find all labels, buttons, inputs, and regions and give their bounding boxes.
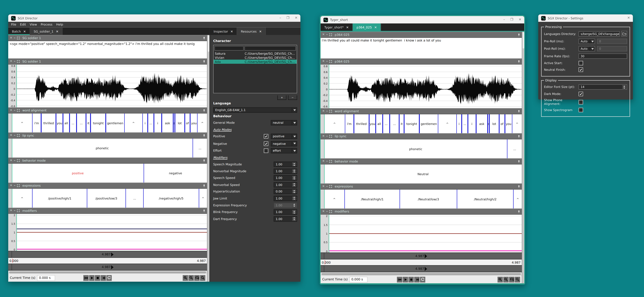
left-expressions-panel-maximize-icon[interactable]	[17, 184, 20, 187]
chevron-down-icon[interactable]	[292, 120, 297, 125]
middle-modifiers-panel-pin-icon[interactable]	[518, 210, 520, 213]
middle-behavior-mode-panel-maximize-icon[interactable]	[329, 160, 332, 163]
middle-modifiers-plot[interactable]	[329, 215, 522, 253]
settings-checkbox[interactable]	[579, 108, 583, 112]
spin-up-icon[interactable]	[292, 197, 296, 198]
left-menu-view[interactable]: View	[30, 23, 37, 26]
spin-up-icon[interactable]	[292, 183, 296, 185]
middle-word-segment[interactable]: i	[456, 114, 462, 133]
character-row[interactable]: SakuraC:/Users/berge/SG_DEV/SG_Characte.…	[214, 51, 297, 55]
middle-modifiers-panel-maximize-icon[interactable]	[329, 210, 332, 213]
settings-text-field[interactable]: s/berge/SG_DEV/languages	[579, 31, 620, 36]
tab-close-icon[interactable]: ✕	[23, 29, 26, 33]
left-behavior-playhead[interactable]	[12, 164, 12, 183]
middle-word-segment[interactable]: ^	[324, 114, 345, 133]
settings-disabled-field[interactable]: 0	[597, 39, 627, 44]
middle-waveform-plot[interactable]	[329, 65, 522, 108]
left-behavior-mode-panel-close-icon[interactable]: ✕	[10, 159, 12, 162]
spin-down-icon[interactable]	[292, 199, 296, 200]
left-word-segment[interactable]: gentlemen	[106, 113, 124, 132]
left-expressions-panel-close-icon[interactable]: ✕	[10, 184, 12, 187]
middle-expressions-panel-minimize-icon[interactable]: –	[326, 185, 328, 188]
settings-checkbox[interactable]	[579, 61, 583, 65]
modifier-spinbox[interactable]: 1.00	[274, 203, 297, 208]
spin-up-icon[interactable]	[292, 190, 296, 191]
left-word-segment[interactable]: all	[63, 113, 70, 132]
middle-v-scrollbar-thumb[interactable]	[522, 32, 524, 48]
settings-spinbox[interactable]: 14	[579, 84, 627, 90]
middle-word-segment[interactable]: gentlemen	[419, 114, 438, 133]
tab-close-icon[interactable]: ✕	[374, 25, 377, 29]
middle-v-scrollbar[interactable]	[522, 32, 524, 283]
middle-word-alignment-panel-minimize-icon[interactable]: –	[326, 110, 328, 113]
modifier-spinbox[interactable]: 0.00	[274, 189, 297, 194]
tab-close-icon[interactable]: ✕	[259, 29, 262, 33]
left-word-segment[interactable]: ^	[12, 113, 32, 132]
left-word-segment[interactable]: it	[86, 113, 91, 132]
middle-expressions-panel-maximize-icon[interactable]	[329, 185, 332, 188]
middle-zoom-in-button[interactable]	[498, 277, 503, 283]
left-modifiers-panel-maximize-icon[interactable]	[17, 209, 20, 212]
spin-up-icon[interactable]	[292, 162, 296, 164]
left-word-segment[interactable]: a	[174, 113, 175, 132]
middle-range-slider-bottom[interactable]: 4.987	[320, 265, 522, 272]
middle-text-content[interactable]: i'm thrilled you all could make it tonig…	[320, 38, 522, 58]
middle-word-segment[interactable]: ...	[383, 114, 390, 133]
left-waveform-panel-minimize-icon[interactable]: –	[14, 60, 15, 63]
spin-up-icon[interactable]	[622, 85, 626, 87]
middle-word-segment[interactable]: ...	[462, 114, 468, 133]
modifier-spinbox[interactable]: 1.00	[274, 175, 297, 181]
middle-lip-segment[interactable]: ...	[507, 139, 522, 158]
settings-titlebar[interactable]: SGX Director - Settings✕	[538, 14, 633, 22]
spin-down-icon[interactable]	[292, 165, 296, 166]
middle-expression-playhead[interactable]	[324, 190, 325, 208]
left-word-playhead[interactable]	[12, 113, 12, 132]
left-behavior-mode-panel-minimize-icon[interactable]: –	[14, 159, 15, 162]
spin-up-icon[interactable]	[292, 217, 296, 219]
left-loop-button[interactable]	[106, 275, 112, 281]
middle-tab-p364-025[interactable]: p364_025✕	[353, 23, 381, 31]
middle-h-scrollbar-thumb[interactable]	[322, 273, 521, 275]
left-word-alignment-panel-maximize-icon[interactable]	[17, 109, 20, 112]
left-text-panel-pin-icon[interactable]	[203, 36, 205, 39]
middle-close-button[interactable]: ✕	[519, 18, 521, 21]
middle-current-time-field[interactable]: 0.000 s	[349, 277, 368, 283]
settings-close-button[interactable]: ✕	[627, 16, 630, 20]
chevron-down-icon[interactable]	[590, 46, 594, 51]
left-word-segment[interactable]: i	[154, 113, 162, 132]
left-menu-file[interactable]: File	[11, 23, 16, 26]
left-tab-inspector[interactable]: Inspector✕	[210, 27, 237, 35]
modifier-spinbox[interactable]: 1.00	[274, 182, 297, 187]
middle-word-alignment-panel-pin-icon[interactable]	[518, 109, 520, 113]
left-expression-segment[interactable]: /positive/high/1	[32, 189, 87, 208]
middle-maximize-button[interactable]: ❐	[510, 18, 513, 21]
middle-titlebar[interactable]: Tyger_short–❐✕	[320, 16, 524, 23]
middle-modifiers-panel-close-icon[interactable]: ✕	[322, 210, 325, 213]
spin-down-icon[interactable]	[292, 171, 296, 173]
left-word-segment[interactable]: you	[190, 113, 198, 132]
middle-behavior-segment[interactable]: Neutral	[324, 165, 522, 183]
left-zoom-button[interactable]	[200, 275, 205, 281]
middle-stop-button[interactable]	[408, 277, 414, 283]
left-waveform-panel-pin-icon[interactable]	[203, 60, 205, 63]
add-character-button[interactable]: +	[277, 95, 286, 100]
left-tab-batch[interactable]: Batch✕	[8, 27, 30, 35]
middle-word-segment[interactable]: ...	[390, 114, 399, 133]
left-range-slider-top[interactable]: 4.987	[8, 251, 207, 258]
middle-lip-segment[interactable]: phonetic	[324, 139, 507, 158]
left-word-segment[interactable]: ...	[148, 113, 154, 132]
middle-expression-segment[interactable]: ^	[513, 190, 522, 208]
left-word-segment[interactable]: tonight	[91, 113, 106, 132]
left-word-segment[interactable]: lot	[175, 113, 185, 132]
left-modifiers-panel-minimize-icon[interactable]: –	[14, 209, 15, 212]
left-expression-segment[interactable]: ^	[12, 189, 32, 208]
left-h-scrollbar[interactable]	[8, 271, 207, 274]
settings-disabled-field[interactable]: 0	[597, 46, 627, 51]
tab-close-icon[interactable]: ✕	[56, 29, 58, 33]
middle-expression-segment[interactable]: /Neutral/low/3	[400, 190, 457, 208]
left-menu-help[interactable]: Help	[56, 23, 63, 26]
middle-text-panel-pin-icon[interactable]	[518, 33, 520, 36]
left-word-segment[interactable]: of	[185, 113, 190, 132]
middle-minimize-button[interactable]: –	[503, 18, 505, 21]
left-expression-segment[interactable]: ...	[125, 189, 144, 208]
